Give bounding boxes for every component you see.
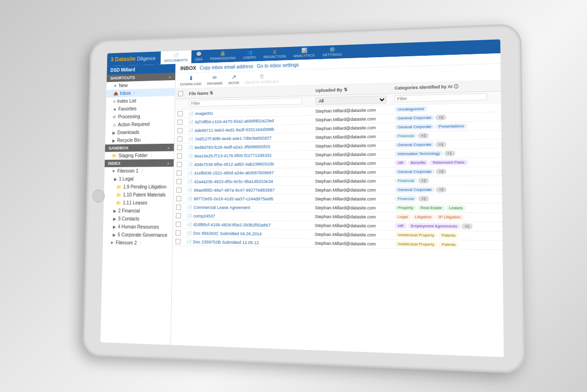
row-checkbox[interactable]	[178, 119, 189, 125]
row-checkbox[interactable]	[178, 111, 189, 116]
row-checkbox[interactable]	[176, 230, 187, 236]
move-button[interactable]: ↗ MOVE	[228, 74, 240, 86]
file-name[interactable]: 📄 41efb936-1521-480d-a34e-ab3067b09697	[188, 170, 316, 175]
select-all-checkbox[interactable]	[178, 91, 183, 96]
sidebar-item-corporate-governance[interactable]: ▶ 5 Corporate Governance	[103, 231, 172, 240]
sidebar-item-fileroom1[interactable]: ▼ Fileroom 1 ⋮	[104, 167, 173, 175]
file-name[interactable]: 📄 42a4a236-4823-4f5c-8c5c-9ba14b310e34	[187, 178, 315, 184]
row-checkbox[interactable]	[178, 128, 189, 133]
staging-more-icon[interactable]: ⋮	[149, 153, 153, 158]
index-toggle[interactable]: ▲	[166, 161, 170, 165]
row-checkbox[interactable]	[177, 153, 188, 159]
home-button[interactable]	[92, 190, 105, 203]
file-checkbox[interactable]	[176, 222, 181, 227]
tab-redaction[interactable]: ✂️ REDACTION	[260, 47, 290, 61]
delete-button[interactable]: 🗑 DELETE FOREVER	[245, 72, 279, 85]
rename-icon: ✏	[213, 74, 218, 81]
tab-permissions[interactable]: 🔒 PERMISSIONS	[206, 49, 240, 63]
file-checkbox[interactable]	[178, 111, 182, 116]
file-name[interactable]: 📄 Commercial Lease Agreement	[187, 205, 315, 210]
file-name[interactable]: 📄 99ae9f0f2-48a7-487a-9c47-99277e883587	[187, 187, 315, 192]
file-name[interactable]: 📄 8ed8d783-fc26-4edf-a2a1-3f9088955f25	[188, 144, 315, 150]
file-checkbox[interactable]	[177, 179, 181, 184]
tab-settings[interactable]: ⚙️ SETTINGS	[318, 45, 346, 59]
shortcuts-toggle[interactable]: ▲	[168, 74, 171, 79]
file-name[interactable]: 📄 98772e55-2e16-41d2-aa37-c244d975eef6	[187, 196, 315, 201]
row-checkbox[interactable]	[177, 179, 188, 184]
file-name[interactable]: 📄 40de7536-6f5e-4512-ad82-4ab23960310b	[188, 161, 315, 167]
sandbox-toggle[interactable]: ▲	[167, 145, 171, 150]
copy-inbox-email-link[interactable]: Copy inbox email address	[200, 64, 253, 70]
filename-filter[interactable]	[189, 98, 302, 107]
filename-header[interactable]: File Name ⇅	[189, 87, 316, 96]
sidebar-item-fileroom2[interactable]: ▼ Fileroom 2 ⋮	[103, 239, 172, 247]
file-type-icon: 📄	[188, 153, 193, 158]
sidebar-item-contacts[interactable]: ▶ 3 Contacts	[103, 215, 173, 223]
file-name[interactable]: 📄 d18f85cf-4156-482d-85e2-293b2f92a867	[187, 222, 315, 228]
category-tags: General Corporate+1	[395, 141, 498, 148]
row-checkbox[interactable]	[177, 145, 188, 150]
download-icon: ⬇	[188, 75, 193, 82]
file-checkbox[interactable]	[176, 196, 181, 201]
sidebar-item-financial[interactable]: ▶ 2 Financial	[104, 207, 173, 215]
file-name[interactable]: 📄 7e6f127f-90f9-4e46-a4e1-7d9c9a592d27	[188, 135, 316, 141]
uploaded-by-header[interactable]: Uploaded By ⇅	[316, 85, 395, 93]
recycle-bin-icon: ▶	[112, 138, 115, 143]
file-name[interactable]: 📄 6de99711-9eb3-4ed1-8a3f-9331164d398b	[188, 126, 316, 133]
sidebar-item-leases[interactable]: 📁 1.11 Leases	[104, 199, 173, 207]
tag: Property	[395, 205, 416, 210]
file-checkbox[interactable]	[178, 128, 182, 133]
row-checkbox[interactable]	[177, 136, 188, 142]
download-button[interactable]: ⬇ DOWNLOAD	[180, 75, 202, 87]
file-checkbox[interactable]	[176, 188, 181, 193]
file-checkbox[interactable]	[176, 230, 181, 236]
file-checkbox[interactable]	[176, 239, 181, 244]
file-name[interactable]: 📄 Doc 856263C Submitted 04.26.2014	[187, 231, 315, 237]
sidebar-item-patent-materials[interactable]: 📁 1.10 Patent Materials	[104, 191, 173, 198]
action-required-icon: ⚠	[113, 122, 116, 127]
favorites-icon: ★	[113, 107, 116, 111]
tab-documents[interactable]: 📄 DOCUMENTS	[160, 50, 191, 65]
file-name[interactable]: 📄 9ea10e25-f713-4176-bf05-f22771336332	[188, 152, 315, 158]
fileroom2-more-icon[interactable]: ⋮	[138, 240, 143, 245]
rename-button[interactable]: ✏ RENAME	[207, 74, 223, 86]
tab-analytics[interactable]: 📊 ANALYTICS	[290, 46, 318, 60]
file-checkbox[interactable]	[177, 145, 182, 151]
file-name[interactable]: 📄 Doc 2359752B Submitted 12.05.12	[186, 239, 315, 245]
row-checkbox[interactable]	[176, 196, 187, 201]
file-checkbox[interactable]	[176, 204, 181, 210]
row-checkbox[interactable]	[176, 239, 187, 244]
sidebar-item-recycle-bin[interactable]: ▶ Recycle Bin	[105, 136, 174, 145]
sidebar-item-staging[interactable]: 📁 Staging Folder ⋮	[105, 151, 174, 160]
file-checkbox[interactable]	[176, 213, 181, 218]
file-name[interactable]: 📄 comp24537	[187, 214, 315, 219]
uploader-email: Stephan.Millard@datasite.com	[315, 160, 395, 166]
file-name[interactable]: 📄 5d74ff59-c104-4470-92a2-a690fd02a23ed	[188, 117, 315, 124]
uploader-filter[interactable]: All	[316, 96, 386, 105]
file-name[interactable]: 📄 image001	[189, 109, 316, 116]
file-checkbox[interactable]	[177, 171, 181, 176]
sidebar-item-pending-litigation[interactable]: 📁 1.9 Pending Litigation	[104, 183, 174, 191]
file-type-icon: 📄	[186, 239, 192, 244]
row-checkbox[interactable]	[176, 204, 187, 210]
hr-icon: ▶	[113, 224, 116, 229]
file-checkbox[interactable]	[178, 120, 182, 125]
tab-qa[interactable]: 💬 Q&A	[191, 50, 206, 64]
sidebar-item-legal[interactable]: ▶ 1 Legal	[104, 174, 174, 183]
sidebar-item-hr[interactable]: ▶ 4 Human Resources	[103, 222, 173, 231]
row-checkbox[interactable]	[177, 162, 188, 167]
row-checkbox[interactable]	[176, 187, 187, 193]
row-checkbox[interactable]	[177, 171, 188, 176]
fileroom1-more-icon[interactable]: ⋮	[140, 169, 144, 174]
tag: +2	[418, 196, 429, 201]
inbox-settings-link[interactable]: Go to inbox settings	[257, 62, 299, 68]
file-checkbox[interactable]	[177, 162, 181, 167]
file-checkbox[interactable]	[177, 136, 182, 142]
category-filter[interactable]	[395, 93, 487, 103]
tab-users[interactable]: 👥 USERS	[239, 48, 260, 62]
file-checkbox[interactable]	[177, 153, 182, 159]
tag: +1	[436, 142, 447, 148]
row-checkbox[interactable]	[176, 222, 187, 227]
inbox-more-icon[interactable]: ⋮	[133, 90, 136, 95]
row-checkbox[interactable]	[176, 213, 187, 218]
